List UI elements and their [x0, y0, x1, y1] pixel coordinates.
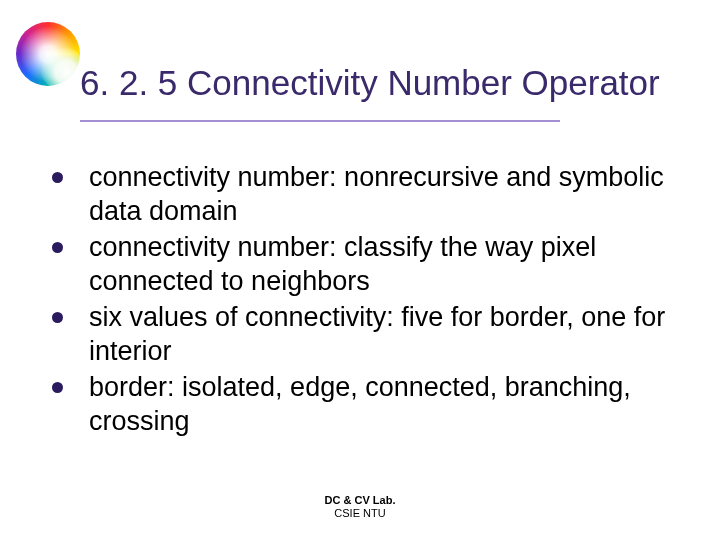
bullet-icon: [52, 382, 63, 393]
bullet-icon: [52, 242, 63, 253]
list-item-text: border: isolated, edge, connected, branc…: [89, 370, 700, 438]
list-item: six values of connectivity: five for bor…: [52, 300, 700, 368]
list-item: border: isolated, edge, connected, branc…: [52, 370, 700, 438]
list-item-text: six values of connectivity: five for bor…: [89, 300, 700, 368]
bullet-icon: [52, 312, 63, 323]
title-underline: [80, 120, 560, 122]
bullet-icon: [52, 172, 63, 183]
footer-line-1: DC & CV Lab.: [0, 494, 720, 507]
color-wheel-icon: [16, 22, 80, 86]
slide: 6. 2. 5 Connectivity Number Operator con…: [0, 0, 720, 540]
list-item-text: connectivity number: classify the way pi…: [89, 230, 700, 298]
footer-line-2: CSIE NTU: [0, 507, 720, 520]
bullet-list: connectivity number: nonrecursive and sy…: [52, 160, 700, 440]
slide-title: 6. 2. 5 Connectivity Number Operator: [80, 62, 708, 104]
list-item: connectivity number: nonrecursive and sy…: [52, 160, 700, 228]
list-item-text: connectivity number: nonrecursive and sy…: [89, 160, 700, 228]
footer: DC & CV Lab. CSIE NTU: [0, 494, 720, 520]
list-item: connectivity number: classify the way pi…: [52, 230, 700, 298]
